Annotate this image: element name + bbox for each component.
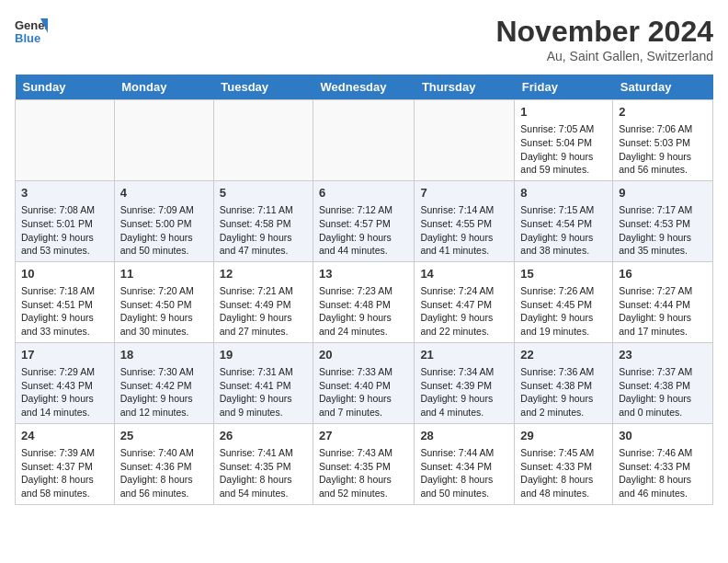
day-info: Sunrise: 7:29 AM Sunset: 4:43 PM Dayligh… [21,365,108,419]
day-info: Sunrise: 7:36 AM Sunset: 4:38 PM Dayligh… [520,365,607,419]
calendar-cell: 29Sunrise: 7:45 AM Sunset: 4:33 PM Dayli… [515,423,613,504]
weekday-sunday: Sunday [16,75,115,100]
day-number: 13 [319,266,408,282]
day-info: Sunrise: 7:05 AM Sunset: 5:04 PM Dayligh… [520,122,607,177]
calendar-cell: 21Sunrise: 7:34 AM Sunset: 4:39 PM Dayli… [415,342,515,423]
week-row-2: 3Sunrise: 7:08 AM Sunset: 5:01 PM Daylig… [16,180,713,261]
day-info: Sunrise: 7:06 AM Sunset: 5:03 PM Dayligh… [619,122,707,177]
calendar-cell: 9Sunrise: 7:17 AM Sunset: 4:53 PM Daylig… [613,180,713,261]
day-info: Sunrise: 7:37 AM Sunset: 4:38 PM Dayligh… [619,365,707,419]
logo: General Blue [15,15,48,48]
day-info: Sunrise: 7:20 AM Sunset: 4:50 PM Dayligh… [120,284,208,339]
logo-icon: General Blue [15,15,48,48]
calendar-cell: 1Sunrise: 7:05 AM Sunset: 5:04 PM Daylig… [515,100,613,181]
calendar-cell: 30Sunrise: 7:46 AM Sunset: 4:33 PM Dayli… [613,423,713,504]
day-number: 10 [21,266,108,282]
day-number: 26 [220,428,307,444]
calendar-table: SundayMondayTuesdayWednesdayThursdayFrid… [15,75,713,505]
day-number: 24 [21,428,108,444]
calendar-cell: 27Sunrise: 7:43 AM Sunset: 4:35 PM Dayli… [313,423,415,504]
day-info: Sunrise: 7:11 AM Sunset: 4:58 PM Dayligh… [220,203,307,258]
day-info: Sunrise: 7:08 AM Sunset: 5:01 PM Dayligh… [21,203,108,258]
day-info: Sunrise: 7:18 AM Sunset: 4:51 PM Dayligh… [21,284,108,339]
day-number: 17 [21,347,108,363]
day-number: 19 [220,347,307,363]
calendar-body: 1Sunrise: 7:05 AM Sunset: 5:04 PM Daylig… [16,100,713,505]
day-number: 20 [319,347,408,363]
day-number: 12 [220,266,307,282]
calendar-cell: 2Sunrise: 7:06 AM Sunset: 5:03 PM Daylig… [613,100,713,181]
weekday-tuesday: Tuesday [213,75,313,100]
calendar-cell: 7Sunrise: 7:14 AM Sunset: 4:55 PM Daylig… [415,180,515,261]
calendar-cell: 3Sunrise: 7:08 AM Sunset: 5:01 PM Daylig… [16,180,115,261]
day-info: Sunrise: 7:21 AM Sunset: 4:49 PM Dayligh… [220,284,307,339]
day-info: Sunrise: 7:45 AM Sunset: 4:33 PM Dayligh… [520,446,607,500]
weekday-monday: Monday [114,75,213,100]
day-info: Sunrise: 7:33 AM Sunset: 4:40 PM Dayligh… [319,365,408,419]
day-number: 29 [520,428,607,444]
day-info: Sunrise: 7:41 AM Sunset: 4:35 PM Dayligh… [220,446,307,500]
day-number: 25 [120,428,208,444]
month-title: November 2024 [495,15,713,49]
calendar-cell: 14Sunrise: 7:24 AM Sunset: 4:47 PM Dayli… [415,261,515,342]
day-info: Sunrise: 7:09 AM Sunset: 5:00 PM Dayligh… [120,203,208,258]
day-number: 6 [319,185,408,201]
calendar-cell: 28Sunrise: 7:44 AM Sunset: 4:34 PM Dayli… [415,423,515,504]
calendar-cell: 8Sunrise: 7:15 AM Sunset: 4:54 PM Daylig… [515,180,613,261]
calendar-cell: 24Sunrise: 7:39 AM Sunset: 4:37 PM Dayli… [16,423,115,504]
weekday-header-row: SundayMondayTuesdayWednesdayThursdayFrid… [16,75,713,100]
weekday-friday: Friday [515,75,613,100]
week-row-5: 24Sunrise: 7:39 AM Sunset: 4:37 PM Dayli… [16,423,713,504]
day-info: Sunrise: 7:46 AM Sunset: 4:33 PM Dayligh… [619,446,707,500]
calendar-cell [16,100,115,181]
day-number: 7 [420,185,508,201]
day-number: 4 [120,185,208,201]
day-number: 5 [220,185,307,201]
weekday-saturday: Saturday [613,75,713,100]
day-info: Sunrise: 7:39 AM Sunset: 4:37 PM Dayligh… [21,446,108,500]
calendar-cell: 6Sunrise: 7:12 AM Sunset: 4:57 PM Daylig… [313,180,415,261]
day-info: Sunrise: 7:15 AM Sunset: 4:54 PM Dayligh… [520,203,607,258]
calendar-cell: 16Sunrise: 7:27 AM Sunset: 4:44 PM Dayli… [613,261,713,342]
calendar-cell [213,100,313,181]
day-number: 30 [619,428,707,444]
calendar-cell: 17Sunrise: 7:29 AM Sunset: 4:43 PM Dayli… [16,342,115,423]
day-number: 21 [420,347,508,363]
week-row-4: 17Sunrise: 7:29 AM Sunset: 4:43 PM Dayli… [16,342,713,423]
day-info: Sunrise: 7:17 AM Sunset: 4:53 PM Dayligh… [619,203,707,258]
calendar-cell: 10Sunrise: 7:18 AM Sunset: 4:51 PM Dayli… [16,261,115,342]
day-number: 22 [520,347,607,363]
day-number: 1 [520,104,607,121]
calendar-cell [415,100,515,181]
day-number: 28 [420,428,508,444]
day-number: 18 [120,347,208,363]
day-number: 3 [21,185,108,201]
svg-text:Blue: Blue [15,31,40,45]
title-block: November 2024 Au, Saint Gallen, Switzerl… [495,15,713,63]
calendar-cell: 26Sunrise: 7:41 AM Sunset: 4:35 PM Dayli… [213,423,313,504]
day-info: Sunrise: 7:14 AM Sunset: 4:55 PM Dayligh… [420,203,508,258]
day-info: Sunrise: 7:26 AM Sunset: 4:45 PM Dayligh… [520,284,607,339]
calendar-cell: 19Sunrise: 7:31 AM Sunset: 4:41 PM Dayli… [213,342,313,423]
day-info: Sunrise: 7:34 AM Sunset: 4:39 PM Dayligh… [420,365,508,419]
day-number: 2 [619,104,707,121]
day-info: Sunrise: 7:23 AM Sunset: 4:48 PM Dayligh… [319,284,408,339]
calendar-cell: 15Sunrise: 7:26 AM Sunset: 4:45 PM Dayli… [515,261,613,342]
calendar-cell: 12Sunrise: 7:21 AM Sunset: 4:49 PM Dayli… [213,261,313,342]
weekday-wednesday: Wednesday [313,75,415,100]
day-info: Sunrise: 7:30 AM Sunset: 4:42 PM Dayligh… [120,365,208,419]
day-number: 9 [619,185,707,201]
calendar-cell [313,100,415,181]
day-info: Sunrise: 7:12 AM Sunset: 4:57 PM Dayligh… [319,203,408,258]
day-info: Sunrise: 7:27 AM Sunset: 4:44 PM Dayligh… [619,284,707,339]
page-header: General Blue November 2024 Au, Saint Gal… [15,15,713,63]
calendar-cell: 11Sunrise: 7:20 AM Sunset: 4:50 PM Dayli… [114,261,213,342]
calendar-cell: 20Sunrise: 7:33 AM Sunset: 4:40 PM Dayli… [313,342,415,423]
day-number: 16 [619,266,707,282]
week-row-3: 10Sunrise: 7:18 AM Sunset: 4:51 PM Dayli… [16,261,713,342]
calendar-cell: 18Sunrise: 7:30 AM Sunset: 4:42 PM Dayli… [114,342,213,423]
day-number: 15 [520,266,607,282]
calendar-cell [114,100,213,181]
week-row-1: 1Sunrise: 7:05 AM Sunset: 5:04 PM Daylig… [16,100,713,181]
calendar-cell: 25Sunrise: 7:40 AM Sunset: 4:36 PM Dayli… [114,423,213,504]
